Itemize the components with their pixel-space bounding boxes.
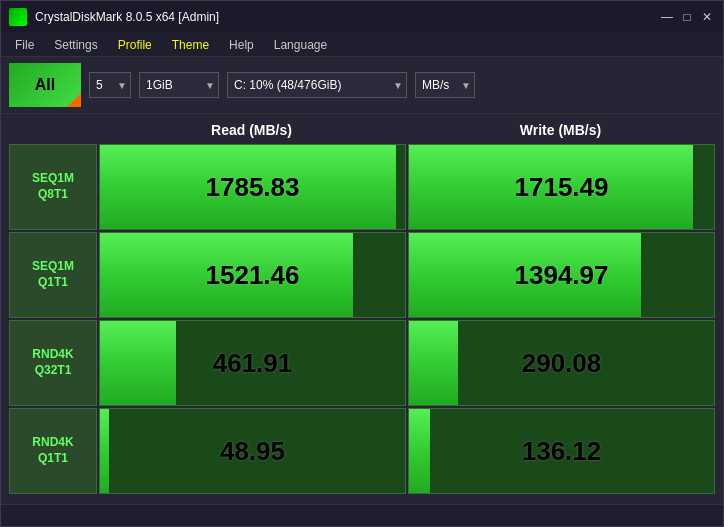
- title-bar: CrystalDiskMark 8.0.5 x64 [Admin] — □ ✕: [1, 1, 723, 33]
- maximize-button[interactable]: □: [679, 9, 695, 25]
- label-col-header: [9, 118, 97, 142]
- write-value-seq1m-q8t1: 1715.49: [515, 172, 609, 203]
- menu-item-theme[interactable]: Theme: [162, 36, 219, 54]
- write-value-rnd4k-q1t1: 136.12: [522, 436, 602, 467]
- menu-item-profile[interactable]: Profile: [108, 36, 162, 54]
- write-value-rnd4k-q32t1: 290.08: [522, 348, 602, 379]
- title-left: CrystalDiskMark 8.0.5 x64 [Admin]: [9, 8, 219, 26]
- row-label-rnd4k-q32t1: RND4KQ32T1: [9, 320, 97, 406]
- row-label-text: SEQ1MQ1T1: [32, 259, 74, 290]
- read-col-header: Read (MB/s): [97, 118, 406, 142]
- read-cell-seq1m-q8t1: 1785.83: [99, 144, 406, 230]
- status-bar: [1, 504, 723, 526]
- main-window: CrystalDiskMark 8.0.5 x64 [Admin] — □ ✕ …: [0, 0, 724, 527]
- write-col-header: Write (MB/s): [406, 118, 715, 142]
- read-value-rnd4k-q32t1: 461.91: [213, 348, 293, 379]
- read-value-seq1m-q1t1: 1521.46: [206, 260, 300, 291]
- data-table: Read (MB/s) Write (MB/s) SEQ1MQ8T1 1785.…: [9, 118, 715, 496]
- write-cell-seq1m-q8t1: 1715.49: [408, 144, 715, 230]
- row-label-rnd4k-q1t1: RND4KQ1T1: [9, 408, 97, 494]
- menu-item-help[interactable]: Help: [219, 36, 264, 54]
- all-button[interactable]: All: [9, 63, 81, 107]
- size-select[interactable]: 512MiB 1GiB 2GiB 4GiB: [139, 72, 219, 98]
- menu-item-language[interactable]: Language: [264, 36, 337, 54]
- table-row: SEQ1MQ8T1 1785.83 1715.49: [9, 144, 715, 230]
- menu-item-file[interactable]: File: [5, 36, 44, 54]
- minimize-button[interactable]: —: [659, 9, 675, 25]
- table-row: RND4KQ32T1 461.91 290.08: [9, 320, 715, 406]
- row-label-seq1m-q1t1: SEQ1MQ1T1: [9, 232, 97, 318]
- main-content: Read (MB/s) Write (MB/s) SEQ1MQ8T1 1785.…: [1, 114, 723, 504]
- window-controls: — □ ✕: [659, 9, 715, 25]
- drive-select[interactable]: C: 10% (48/476GiB): [227, 72, 407, 98]
- menu-item-settings[interactable]: Settings: [44, 36, 107, 54]
- menu-bar: FileSettingsProfileThemeHelpLanguage: [1, 33, 723, 57]
- close-button[interactable]: ✕: [699, 9, 715, 25]
- row-label-seq1m-q8t1: SEQ1MQ8T1: [9, 144, 97, 230]
- window-title: CrystalDiskMark 8.0.5 x64 [Admin]: [35, 10, 219, 24]
- read-cell-rnd4k-q1t1: 48.95: [99, 408, 406, 494]
- runs-select[interactable]: 1 3 5 10: [89, 72, 131, 98]
- write-value-seq1m-q1t1: 1394.97: [515, 260, 609, 291]
- row-label-text: RND4KQ32T1: [32, 347, 73, 378]
- unit-select[interactable]: MB/s GB/s IOPS μs: [415, 72, 475, 98]
- write-cell-seq1m-q1t1: 1394.97: [408, 232, 715, 318]
- toolbar: All 1 3 5 10 ▼ 512MiB 1GiB 2GiB 4GiB ▼ C…: [1, 57, 723, 114]
- row-label-text: SEQ1MQ8T1: [32, 171, 74, 202]
- drive-select-wrap: C: 10% (48/476GiB) ▼: [227, 72, 407, 98]
- size-select-wrap: 512MiB 1GiB 2GiB 4GiB ▼: [139, 72, 219, 98]
- write-cell-rnd4k-q1t1: 136.12: [408, 408, 715, 494]
- table-header: Read (MB/s) Write (MB/s): [9, 118, 715, 142]
- write-cell-rnd4k-q32t1: 290.08: [408, 320, 715, 406]
- row-label-text: RND4KQ1T1: [32, 435, 73, 466]
- runs-select-wrap: 1 3 5 10 ▼: [89, 72, 131, 98]
- read-cell-seq1m-q1t1: 1521.46: [99, 232, 406, 318]
- read-cell-rnd4k-q32t1: 461.91: [99, 320, 406, 406]
- table-row: RND4KQ1T1 48.95 136.12: [9, 408, 715, 494]
- table-row: SEQ1MQ1T1 1521.46 1394.97: [9, 232, 715, 318]
- unit-select-wrap: MB/s GB/s IOPS μs ▼: [415, 72, 475, 98]
- read-value-rnd4k-q1t1: 48.95: [220, 436, 285, 467]
- app-icon: [9, 8, 27, 26]
- read-value-seq1m-q8t1: 1785.83: [206, 172, 300, 203]
